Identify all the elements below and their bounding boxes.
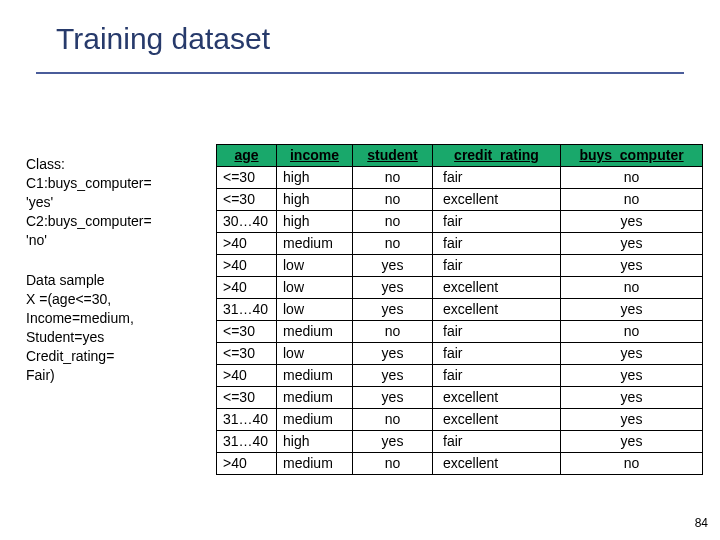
table-cell: low (277, 255, 353, 277)
table-cell: no (353, 453, 433, 475)
table-cell: <=30 (217, 321, 277, 343)
c1-line1: C1:buys_computer= (26, 174, 210, 193)
table-cell: yes (561, 365, 703, 387)
table-cell: <=30 (217, 167, 277, 189)
side-text: Class: C1:buys_computer= 'yes' C2:buys_c… (26, 155, 210, 407)
table-cell: high (277, 189, 353, 211)
table-cell: <=30 (217, 189, 277, 211)
table-cell: 31…40 (217, 409, 277, 431)
table-cell: no (561, 167, 703, 189)
training-table-wrap: age income student credit_rating buys_co… (216, 144, 702, 475)
table-cell: low (277, 277, 353, 299)
table-cell: excellent (433, 189, 561, 211)
table-cell: >40 (217, 255, 277, 277)
table-cell: >40 (217, 233, 277, 255)
class-definition: Class: C1:buys_computer= 'yes' C2:buys_c… (26, 155, 210, 249)
table-cell: fair (433, 431, 561, 453)
table-body: <=30highnofairno<=30highnoexcellentno30…… (217, 167, 703, 475)
table-cell: excellent (433, 299, 561, 321)
c1-line2: 'yes' (26, 193, 210, 212)
table-cell: low (277, 343, 353, 365)
table-cell: fair (433, 211, 561, 233)
table-cell: high (277, 167, 353, 189)
table-row: <=30mediumyesexcellentyes (217, 387, 703, 409)
page-number: 84 (695, 516, 708, 530)
table-cell: no (353, 189, 433, 211)
table-cell: excellent (433, 409, 561, 431)
table-cell: <=30 (217, 387, 277, 409)
table-cell: yes (353, 255, 433, 277)
table-cell: yes (353, 299, 433, 321)
table-row: >40mediumnofairyes (217, 233, 703, 255)
th-student: student (353, 145, 433, 167)
table-cell: no (353, 233, 433, 255)
slide: Training dataset Class: C1:buys_computer… (0, 0, 720, 540)
table-cell: high (277, 431, 353, 453)
table-cell: yes (353, 431, 433, 453)
table-row: <=30highnofairno (217, 167, 703, 189)
title-underline (36, 72, 684, 74)
table-cell: high (277, 211, 353, 233)
c2-line1: C2:buys_computer= (26, 212, 210, 231)
table-cell: medium (277, 233, 353, 255)
table-cell: >40 (217, 277, 277, 299)
sample-l2: Income=medium, (26, 309, 210, 328)
table-cell: yes (353, 277, 433, 299)
table-cell: medium (277, 365, 353, 387)
training-table: age income student credit_rating buys_co… (216, 144, 703, 475)
table-cell: no (353, 409, 433, 431)
table-cell: yes (561, 211, 703, 233)
table-cell: <=30 (217, 343, 277, 365)
table-row: <=30highnoexcellentno (217, 189, 703, 211)
table-cell: yes (561, 343, 703, 365)
table-cell: yes (353, 387, 433, 409)
th-age: age (217, 145, 277, 167)
table-cell: medium (277, 321, 353, 343)
table-cell: yes (561, 409, 703, 431)
table-cell: 30…40 (217, 211, 277, 233)
th-credit: credit_rating (433, 145, 561, 167)
table-row: 31…40highyesfairyes (217, 431, 703, 453)
table-row: 30…40highnofairyes (217, 211, 703, 233)
c2-line2: 'no' (26, 231, 210, 250)
table-cell: excellent (433, 453, 561, 475)
sample-l1: X =(age<=30, (26, 290, 210, 309)
sample-heading: Data sample (26, 271, 210, 290)
table-cell: >40 (217, 453, 277, 475)
table-row: <=30mediumnofairno (217, 321, 703, 343)
table-cell: fair (433, 365, 561, 387)
table-cell: yes (561, 299, 703, 321)
table-cell: fair (433, 343, 561, 365)
table-cell: >40 (217, 365, 277, 387)
table-cell: yes (561, 431, 703, 453)
table-head: age income student credit_rating buys_co… (217, 145, 703, 167)
table-cell: no (353, 167, 433, 189)
table-cell: no (561, 277, 703, 299)
table-header-row: age income student credit_rating buys_co… (217, 145, 703, 167)
table-cell: no (561, 453, 703, 475)
table-row: >40mediumyesfairyes (217, 365, 703, 387)
table-cell: yes (561, 387, 703, 409)
table-cell: fair (433, 233, 561, 255)
table-cell: excellent (433, 387, 561, 409)
table-cell: no (353, 321, 433, 343)
table-cell: yes (561, 255, 703, 277)
slide-title: Training dataset (56, 22, 270, 56)
table-row: >40mediumnoexcellentno (217, 453, 703, 475)
table-cell: medium (277, 453, 353, 475)
table-row: >40lowyesfairyes (217, 255, 703, 277)
sample-l4: Credit_rating= (26, 347, 210, 366)
sample-l5: Fair) (26, 366, 210, 385)
table-cell: no (353, 211, 433, 233)
th-income: income (277, 145, 353, 167)
table-cell: medium (277, 387, 353, 409)
table-cell: fair (433, 321, 561, 343)
table-cell: yes (353, 365, 433, 387)
table-row: 31…40lowyesexcellentyes (217, 299, 703, 321)
table-cell: yes (561, 233, 703, 255)
table-cell: no (561, 321, 703, 343)
table-row: 31…40mediumnoexcellentyes (217, 409, 703, 431)
data-sample: Data sample X =(age<=30, Income=medium, … (26, 271, 210, 384)
table-cell: yes (353, 343, 433, 365)
table-row: <=30lowyesfairyes (217, 343, 703, 365)
